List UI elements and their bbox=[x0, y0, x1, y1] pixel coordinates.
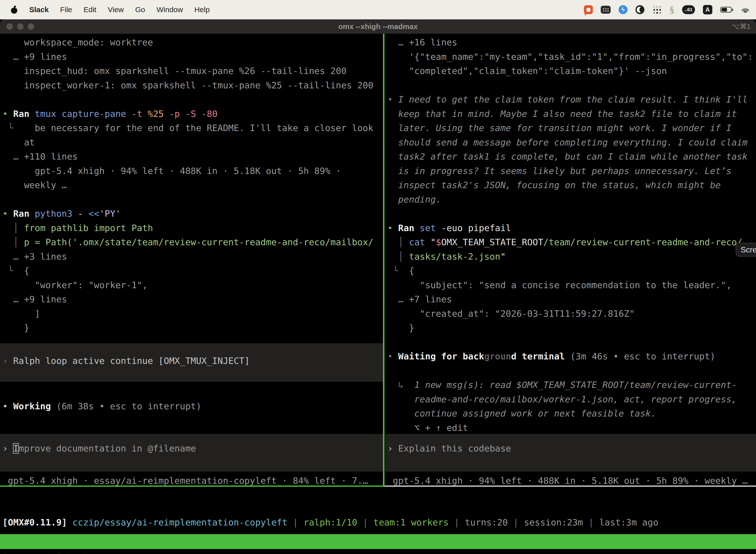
left-model-statusline: gpt-5.4 xhigh · essay/ai-reimplementatio… bbox=[2, 474, 383, 486]
left-conversation-log: workspace_mode: worktree … +9 lines insp… bbox=[2, 35, 383, 335]
terminal-line: • Ran python3 - <<'PY' bbox=[2, 207, 383, 221]
terminal-line: should send a message before completing … bbox=[387, 135, 756, 150]
chat-app-icon[interactable] bbox=[584, 5, 593, 14]
input-source-icon[interactable]: A bbox=[703, 5, 712, 14]
terminal-line: │ cat "$OMX_TEAM_STATE_ROOT/team/review-… bbox=[387, 235, 756, 250]
wifi-icon[interactable] bbox=[740, 6, 751, 13]
hook-icon[interactable]: § bbox=[670, 5, 674, 15]
screen: Slack File Edit View Go Window Help ϟ § … bbox=[0, 0, 756, 554]
terminal-line bbox=[2, 192, 383, 207]
terminal-line: inspect task2's JSON, focusing on the st… bbox=[387, 178, 756, 192]
window-titlebar[interactable]: omx --xhigh --madmax ⌥⌘1 bbox=[0, 19, 756, 34]
terminal-line: └ { bbox=[2, 264, 383, 278]
terminal-line: "created_at": "2026-03-31T11:59:27.816Z" bbox=[387, 307, 756, 321]
terminal-window: omx --xhigh --madmax ⌥⌘1 workspace_mode:… bbox=[0, 19, 756, 554]
prompt-input-right-text: › Explain this codebase bbox=[385, 441, 756, 456]
window-shortcut-badge: ⌥⌘1 bbox=[732, 19, 751, 34]
terminal-line: inspect_hud: omx sparkshell --tmux-pane … bbox=[2, 64, 383, 78]
right-conversation-log: … +16 lines '{"team_name":"my-team","tas… bbox=[387, 35, 756, 435]
terminal-line: ] bbox=[2, 307, 383, 321]
screen-overlay-button[interactable]: Scre bbox=[736, 243, 756, 257]
apple-logo-icon[interactable] bbox=[11, 6, 17, 14]
terminal-line: "subject": "send a concise recommendatio… bbox=[387, 278, 756, 292]
terminal-line: inspect_worker-1: omx sparkshell --tmux-… bbox=[2, 78, 383, 93]
aqi-badge-icon[interactable]: ..61 bbox=[682, 5, 695, 14]
terminal-line bbox=[387, 207, 756, 221]
prompt-input-left[interactable]: › Improve documentation in @filename bbox=[0, 434, 383, 472]
terminal-line: [OMX#0.11.9] cczip/essay/ai-reimplementa… bbox=[2, 515, 754, 530]
terminal-line: … +3 lines bbox=[2, 250, 383, 264]
menu-item-edit[interactable]: Edit bbox=[83, 5, 97, 14]
terminal-line: later. Using the same for transition mig… bbox=[387, 121, 756, 135]
terminal-line: task2 after task1 is complete, but can I… bbox=[387, 150, 756, 164]
keyboard-app-icon[interactable] bbox=[601, 6, 611, 14]
terminal-line bbox=[387, 335, 756, 349]
terminal-line: workspace_mode: worktree bbox=[2, 35, 383, 50]
terminal-line bbox=[387, 364, 756, 378]
window-title: omx --xhigh --madmax bbox=[338, 19, 418, 34]
menu-item-window[interactable]: Window bbox=[156, 5, 183, 14]
menu-item-go[interactable]: Go bbox=[135, 5, 145, 14]
terminal-line: › Ralph loop active continue [OMX_TMUX_I… bbox=[0, 354, 383, 368]
terminal-line: … +9 lines bbox=[2, 50, 383, 64]
tmux-session-label: [omx-cczip0:bash* bbox=[2, 549, 94, 554]
terminal-line: • I need to get the claim token from the… bbox=[387, 92, 756, 107]
terminal-line: gpt-5.4 xhigh · 94% left · 488K in · 5.1… bbox=[2, 164, 383, 178]
menu-item-view[interactable]: View bbox=[108, 5, 124, 14]
terminal-line: … +16 lines bbox=[387, 35, 756, 50]
tmux-pane-right[interactable]: … +16 lines '{"team_name":"my-team","tas… bbox=[385, 34, 756, 486]
battery-charging-icon[interactable]: ϟ bbox=[720, 7, 732, 13]
ralph-loop-banner-text: › Ralph loop active continue [OMX_TMUX_I… bbox=[0, 354, 383, 368]
terminal-line: … +7 lines bbox=[387, 292, 756, 307]
terminal-line: gpt-5.4 xhigh · 94% left · 488K in · 5.1… bbox=[387, 474, 756, 486]
pane-border-horizontal-inactive[interactable] bbox=[384, 486, 756, 487]
terminal-line: • Ran set -euo pipefail bbox=[387, 221, 756, 235]
terminal-line: continue assigned work or next feasible … bbox=[387, 406, 756, 421]
blue-lightning-app-icon[interactable]: ϟ bbox=[619, 5, 628, 14]
terminal-line: │ from pathlib import Path bbox=[2, 221, 383, 235]
terminal-line: pending. bbox=[387, 192, 756, 207]
terminal-line: readme-and-reco/mailbox/worker-1.json, a… bbox=[387, 392, 756, 406]
crescent-app-icon[interactable] bbox=[635, 5, 644, 14]
tmux-pane-divider[interactable] bbox=[383, 34, 384, 486]
terminal-line: } bbox=[2, 321, 383, 335]
ralph-loop-banner: › Ralph loop active continue [OMX_TMUX_I… bbox=[0, 343, 383, 382]
terminal-line: › Explain this codebase bbox=[385, 441, 756, 456]
terminal-line: │ p = Path('.omx/state/team/review-curre… bbox=[2, 235, 383, 250]
terminal-line: • Waiting for background terminal (3m 46… bbox=[387, 349, 756, 364]
close-button[interactable] bbox=[6, 23, 13, 30]
menu-item-help[interactable]: Help bbox=[194, 5, 210, 14]
terminal-line: "completed","claim_token":"claim-token"}… bbox=[387, 64, 756, 78]
terminal-line: "worker": "worker-1", bbox=[2, 278, 383, 292]
dots-grid-icon[interactable] bbox=[652, 5, 662, 14]
prompt-input-left-text: › Improve documentation in @filename bbox=[0, 441, 383, 456]
right-model-statusline: gpt-5.4 xhigh · 94% left · 488K in · 5.1… bbox=[387, 474, 756, 486]
menu-app-name[interactable]: Slack bbox=[29, 5, 49, 14]
terminal-line: ↳ 1 new msg(s): read $OMX_TEAM_STATE_ROO… bbox=[387, 378, 756, 392]
terminal-line: • Working (6m 38s • esc to interrupt) bbox=[2, 399, 383, 413]
terminal-line: weekly … bbox=[2, 178, 383, 192]
terminal-line: '{"team_name":"my-team","task_id":"1","f… bbox=[387, 50, 756, 64]
terminal-line: at bbox=[2, 135, 383, 150]
terminal-line: keep that in mind. Maybe I also need the… bbox=[387, 107, 756, 121]
terminal-line: └ { bbox=[387, 264, 756, 278]
tmux-status-bar: [omx-cczip0:bash* "MacBook-Pro-44.local"… bbox=[0, 534, 756, 549]
terminal-line bbox=[2, 92, 383, 107]
terminal-line: gpt-5.4 xhigh · essay/ai-reimplementatio… bbox=[2, 474, 383, 486]
working-status: • Working (6m 38s • esc to interrupt) bbox=[2, 399, 383, 413]
zoom-button[interactable] bbox=[28, 23, 34, 30]
terminal-line: is in progress? It seems likely but perh… bbox=[387, 164, 756, 178]
terminal-line: … +9 lines bbox=[2, 292, 383, 307]
menu-item-file[interactable]: File bbox=[60, 5, 72, 14]
tmux-pane-left[interactable]: workspace_mode: worktree … +9 lines insp… bbox=[0, 34, 383, 486]
menu-status-icons: ϟ § ..61 A ϟ bbox=[584, 5, 756, 15]
terminal-line: › Improve documentation in @filename bbox=[0, 441, 383, 456]
menu-bar: Slack File Edit View Go Window Help ϟ § … bbox=[0, 0, 756, 19]
terminal-line: └ be necessary for the end of the README… bbox=[2, 121, 383, 135]
terminal-line: } bbox=[387, 321, 756, 335]
terminal-line bbox=[387, 78, 756, 93]
prompt-input-right[interactable]: › Explain this codebase bbox=[385, 434, 756, 472]
minimize-button[interactable] bbox=[17, 23, 23, 30]
pane-border-horizontal-active[interactable] bbox=[0, 486, 384, 487]
traffic-lights bbox=[6, 23, 34, 30]
